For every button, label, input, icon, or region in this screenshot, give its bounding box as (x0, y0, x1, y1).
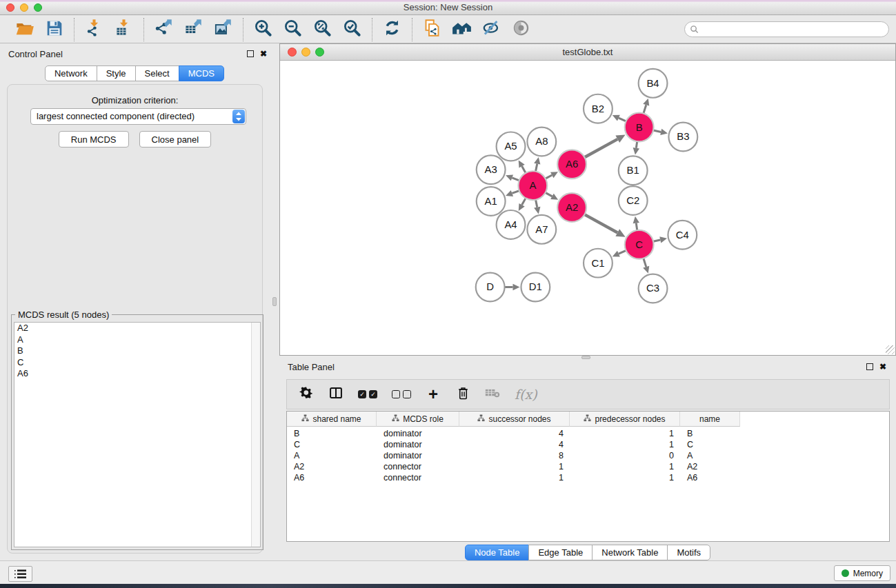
cell-MCDS-role[interactable]: dominator (377, 451, 459, 460)
refresh-button[interactable] (377, 18, 407, 41)
graph-node-B3[interactable]: B3 (668, 123, 697, 152)
home-button[interactable] (447, 18, 477, 41)
network-canvas[interactable]: AA6A2BCA5A8A3A1A4A7B2B4B3B1C2C4C1C3DD1 (280, 61, 895, 355)
network-window-titlebar[interactable]: testGlobe.txt (280, 44, 895, 61)
cell-predecessor-nodes[interactable]: 1 (570, 440, 680, 449)
result-list-item[interactable]: A2 (14, 323, 260, 334)
hide-details-button[interactable] (477, 18, 506, 41)
cell-shared-name[interactable]: A2 (287, 462, 377, 472)
graph-node-A4[interactable]: A4 (497, 210, 526, 239)
graph-edge-A-A3[interactable] (506, 174, 519, 181)
cell-MCDS-role[interactable]: connector (377, 462, 459, 472)
column-header-MCDS-role[interactable]: MCDS role (377, 412, 459, 427)
vertical-splitter-grip[interactable] (272, 297, 277, 306)
split-view-button[interactable] (328, 386, 344, 403)
table-row[interactable]: Adominator80A (287, 450, 889, 461)
graph-edge-C-C4[interactable] (653, 236, 667, 243)
delete-column-button[interactable] (455, 386, 470, 403)
graph-edge-D-D1[interactable] (505, 284, 520, 290)
result-list-scrollbar[interactable] (251, 323, 260, 547)
save-session-button[interactable] (39, 18, 69, 41)
close-panel-button[interactable]: Close panel (139, 131, 212, 148)
cell-MCDS-role[interactable]: connector (377, 473, 459, 483)
cell-MCDS-role[interactable]: dominator (377, 440, 459, 449)
new-network-from-selection-button[interactable] (417, 18, 447, 41)
import-network-button[interactable] (79, 18, 109, 41)
memory-button[interactable]: Memory (834, 565, 890, 581)
network-graph[interactable]: AA6A2BCA5A8A3A1A4A7B2B4B3B1C2C4C1C3DD1 (280, 61, 895, 355)
table-row[interactable]: Cdominator41C (287, 439, 889, 450)
search-input[interactable] (701, 23, 888, 36)
float-panel-icon[interactable] (247, 50, 254, 57)
cell-successor-nodes[interactable]: 1 (459, 473, 570, 483)
cell-successor-nodes[interactable]: 4 (459, 429, 570, 438)
graph-node-B4[interactable]: B4 (639, 69, 668, 98)
graph-edge-C-C3[interactable] (643, 258, 649, 274)
graph-node-B1[interactable]: B1 (619, 156, 648, 185)
zoom-selected-button[interactable] (337, 18, 367, 41)
deselect-all-button[interactable] (392, 390, 411, 398)
graph-edge-A-A1[interactable] (506, 190, 519, 196)
search-field[interactable] (684, 21, 889, 37)
task-history-button[interactable] (8, 566, 32, 582)
show-details-button[interactable] (506, 18, 536, 41)
column-header-successor-nodes[interactable]: successor nodes (459, 412, 570, 427)
cell-successor-nodes[interactable]: 4 (459, 440, 570, 449)
graph-node-A6[interactable]: A6 (557, 150, 586, 179)
close-table-panel-icon[interactable]: ✖ (879, 363, 886, 370)
graph-node-C1[interactable]: C1 (584, 249, 613, 278)
import-table-button[interactable] (109, 18, 139, 41)
settings-gear-button[interactable] (299, 386, 314, 403)
graph-node-D[interactable]: D (476, 273, 505, 302)
tab-style[interactable]: Style (97, 65, 136, 81)
graph-edge-C-C1[interactable] (613, 250, 626, 256)
graph-node-A1[interactable]: A1 (477, 187, 506, 216)
select-all-button[interactable]: ✓✓ (358, 390, 377, 398)
graph-node-D1[interactable]: D1 (521, 273, 550, 302)
graph-edge-A-A7[interactable] (534, 200, 540, 214)
cell-predecessor-nodes[interactable]: 0 (570, 451, 680, 460)
graph-node-C4[interactable]: C4 (668, 221, 697, 250)
zoom-fit-button[interactable] (308, 18, 337, 41)
cell-name[interactable]: A6 (680, 473, 740, 483)
criterion-dropdown[interactable]: largest connected component (directed) (30, 108, 246, 125)
cell-successor-nodes[interactable]: 1 (459, 462, 570, 472)
tab-network[interactable]: Network (45, 65, 97, 81)
export-image-button[interactable] (208, 18, 238, 41)
result-list-item[interactable]: B (14, 345, 260, 357)
open-session-button[interactable] (10, 18, 39, 41)
run-mcds-button[interactable]: Run MCDS (59, 131, 129, 148)
zoom-out-button[interactable] (278, 18, 308, 41)
mcds-result-list[interactable]: A2ABCA6 (14, 322, 261, 547)
column-header-name[interactable]: name (680, 412, 740, 427)
graph-edge-C-C2[interactable] (633, 216, 639, 230)
tab-network-table[interactable]: Network Table (592, 545, 668, 560)
graph-edge-B-B4[interactable] (643, 99, 649, 114)
cell-shared-name[interactable]: C (287, 440, 377, 449)
close-panel-icon[interactable]: ✖ (260, 50, 267, 57)
graph-edge-A2-C[interactable] (584, 214, 625, 237)
graph-node-A[interactable]: A (518, 171, 547, 200)
result-list-item[interactable]: A6 (14, 368, 260, 380)
graph-edge-B-B3[interactable] (653, 129, 668, 135)
graph-node-C3[interactable]: C3 (639, 274, 668, 303)
tab-edge-table[interactable]: Edge Table (528, 545, 593, 560)
cell-name[interactable]: B (680, 429, 740, 438)
graph-node-C2[interactable]: C2 (619, 186, 648, 215)
graph-node-A2[interactable]: A2 (557, 193, 586, 222)
cell-predecessor-nodes[interactable]: 1 (570, 462, 680, 472)
cell-shared-name[interactable]: A6 (287, 473, 377, 483)
graph-node-A8[interactable]: A8 (527, 128, 556, 156)
export-table-button[interactable] (179, 18, 208, 41)
cell-name[interactable]: A (680, 451, 740, 460)
float-table-panel-icon[interactable] (866, 363, 873, 370)
graph-node-C[interactable]: C (625, 230, 654, 259)
zoom-in-button[interactable] (248, 18, 278, 41)
graph-node-A3[interactable]: A3 (477, 155, 506, 184)
graph-node-B2[interactable]: B2 (584, 94, 613, 123)
cell-MCDS-role[interactable]: dominator (377, 429, 459, 438)
table-row[interactable]: A2connector11A2 (287, 461, 889, 472)
table-row[interactable]: A6connector11A6 (287, 472, 889, 483)
graph-edge-B-B1[interactable] (633, 141, 639, 154)
graph-edge-A-A2[interactable] (546, 192, 559, 199)
